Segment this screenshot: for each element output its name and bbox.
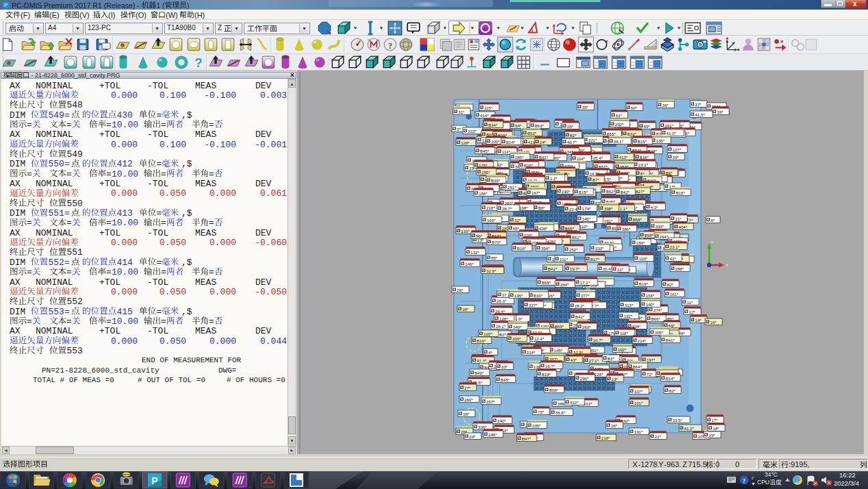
svg-text:174*: 174* xyxy=(582,206,591,211)
svg-text:B30*: B30* xyxy=(533,293,543,298)
svg-text:B8*: B8* xyxy=(538,205,546,210)
svg-text:B49*: B49* xyxy=(474,371,484,375)
svg-text:?: ? xyxy=(743,477,746,484)
svg-text:168*: 168* xyxy=(519,205,528,210)
svg-text:28*: 28* xyxy=(462,307,469,312)
svg-text:21*: 21* xyxy=(654,434,661,439)
svg-text:1.2*: 1.2* xyxy=(550,176,558,181)
svg-text:60*: 60* xyxy=(630,105,637,110)
svg-text:11*: 11* xyxy=(687,300,693,305)
svg-text:313*: 313* xyxy=(624,303,633,308)
svg-text:41.2*: 41.2* xyxy=(684,426,694,431)
svg-text:B14*: B14* xyxy=(665,376,675,381)
svg-text:35.6*: 35.6* xyxy=(555,410,565,415)
svg-text:230*: 230* xyxy=(561,189,570,194)
svg-text:118*: 118* xyxy=(620,331,628,336)
svg-text:82*: 82* xyxy=(667,282,674,287)
svg-text:B63*: B63* xyxy=(535,123,544,128)
svg-text:B32*: B32* xyxy=(627,131,637,136)
svg-text:114*: 114* xyxy=(576,156,585,161)
svg-text:128*: 128* xyxy=(499,316,508,321)
svg-text:115*: 115* xyxy=(484,105,493,110)
svg-text:37*: 37* xyxy=(695,102,702,107)
svg-text:32.9*: 32.9* xyxy=(486,268,496,273)
svg-text:...: ... xyxy=(104,43,108,48)
svg-text:39*: 39* xyxy=(672,155,679,160)
svg-text:65*: 65* xyxy=(643,124,650,129)
svg-text:285*: 285* xyxy=(515,155,524,160)
svg-text:B3*: B3* xyxy=(607,356,615,361)
svg-text:B15*: B15* xyxy=(676,190,685,195)
svg-text:333*: 333* xyxy=(595,246,604,251)
svg-text:B17*: B17* xyxy=(590,257,600,262)
svg-text:16*: 16* xyxy=(710,320,717,325)
svg-text:159*: 159* xyxy=(636,240,645,245)
svg-text:43*: 43* xyxy=(570,358,577,362)
svg-text:96*: 96* xyxy=(476,234,483,238)
svg-text:16.7*: 16.7* xyxy=(545,364,555,368)
svg-text:B34*: B34* xyxy=(488,123,498,127)
svg-text:161*: 161* xyxy=(669,292,678,297)
svg-text:34.1*: 34.1* xyxy=(613,139,624,144)
svg-text:B45*: B45* xyxy=(500,377,510,382)
svg-text:100*: 100* xyxy=(491,139,500,144)
svg-text:12*: 12* xyxy=(689,310,695,314)
svg-text:B9*: B9* xyxy=(665,171,673,175)
svg-text:B39*: B39* xyxy=(491,178,500,183)
svg-text:24*: 24* xyxy=(469,434,476,439)
svg-text:B2*: B2* xyxy=(570,133,577,138)
svg-text:149*: 149* xyxy=(465,262,474,266)
svg-text:1.1*: 1.1* xyxy=(620,206,628,211)
svg-text:195*: 195* xyxy=(514,293,523,298)
svg-text:72*: 72* xyxy=(646,372,653,377)
svg-text:327*: 327* xyxy=(528,303,537,308)
svg-text:218*: 218* xyxy=(486,205,495,210)
svg-text:41.0*: 41.0* xyxy=(666,131,676,136)
svg-text:B18*: B18* xyxy=(541,372,551,377)
svg-text:211*: 211* xyxy=(559,257,568,262)
svg-text:B58*: B58* xyxy=(549,388,559,392)
svg-text:127*: 127* xyxy=(672,147,681,152)
svg-text:20*: 20* xyxy=(698,434,704,439)
svg-text:B55*: B55* xyxy=(607,131,616,136)
svg-text:82*: 82* xyxy=(669,388,676,393)
svg-text:110*: 110* xyxy=(579,224,588,229)
svg-text:73*: 73* xyxy=(537,410,544,414)
svg-text:349*: 349* xyxy=(513,325,522,329)
svg-text:4*: 4* xyxy=(488,350,492,355)
svg-text:284*: 284* xyxy=(560,282,569,287)
svg-text:167*: 167* xyxy=(531,190,540,195)
svg-text:413*: 413* xyxy=(619,155,628,160)
svg-text:140*: 140* xyxy=(646,302,654,307)
svg-text:26.3*: 26.3* xyxy=(496,299,507,303)
svg-text:28.2*: 28.2* xyxy=(574,303,585,308)
svg-text:B41*: B41* xyxy=(548,266,557,271)
svg-text:26.4*: 26.4* xyxy=(495,309,505,314)
svg-text:335*: 335* xyxy=(532,423,541,428)
svg-text:197*: 197* xyxy=(646,358,655,362)
svg-text:410*: 410* xyxy=(570,400,578,405)
svg-text:10.7*: 10.7* xyxy=(593,338,603,342)
svg-text:B16*: B16* xyxy=(517,246,526,251)
svg-text:B58*: B58* xyxy=(633,217,642,222)
svg-text:39*: 39* xyxy=(717,110,724,114)
svg-text:31*: 31* xyxy=(617,267,624,272)
svg-text:145*: 145* xyxy=(554,348,563,353)
svg-text:B47*: B47* xyxy=(522,436,531,441)
svg-text:101*: 101* xyxy=(634,401,643,405)
svg-text:154*: 154* xyxy=(646,293,654,298)
svg-text:191*: 191* xyxy=(634,429,643,434)
svg-text:B69*: B69* xyxy=(554,324,564,329)
svg-text:120*: 120* xyxy=(483,331,492,336)
svg-text:263*: 263* xyxy=(582,325,591,329)
svg-text:41*: 41* xyxy=(669,256,676,261)
svg-text:B7*: B7* xyxy=(592,177,600,182)
svg-text:B70*: B70* xyxy=(492,240,501,244)
svg-text:B61*: B61* xyxy=(572,235,581,240)
svg-text:B65*: B65* xyxy=(541,280,551,285)
svg-text:B52*: B52* xyxy=(606,189,615,194)
svg-text:221*: 221* xyxy=(588,138,597,142)
svg-text:132*: 132* xyxy=(470,250,479,255)
svg-text:33.5*: 33.5* xyxy=(672,418,682,423)
svg-text:112*: 112* xyxy=(502,149,511,154)
